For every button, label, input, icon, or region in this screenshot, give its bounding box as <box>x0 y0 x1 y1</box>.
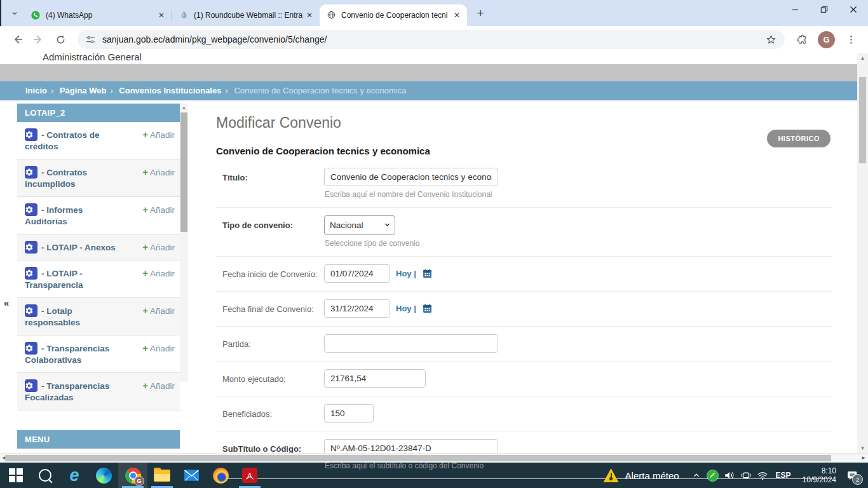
taskbar-search-button[interactable] <box>31 463 60 488</box>
reload-button[interactable] <box>50 29 71 50</box>
partida-input[interactable] <box>324 334 498 353</box>
breadcrumb-inicio[interactable]: Inicio <box>25 86 47 95</box>
page-scrollbar-vertical[interactable]: ▲ ▼ <box>857 53 868 453</box>
add-link[interactable]: +Añadir <box>142 267 175 278</box>
sidebar-item-informes-auditorias[interactable]: - Informes Auditorías +Añadir <box>17 197 180 234</box>
hscroll-thumb[interactable] <box>5 455 831 461</box>
hoy-link[interactable]: Hoy | <box>396 269 416 278</box>
plus-icon: + <box>142 166 148 177</box>
restore-button[interactable] <box>810 0 839 19</box>
edge-icon <box>96 468 112 484</box>
browser-menu-icon[interactable] <box>840 29 862 50</box>
notification-badge: 2 <box>852 474 863 485</box>
add-link[interactable]: +Añadir <box>142 379 175 391</box>
plus-icon: + <box>142 305 148 316</box>
scroll-up-icon[interactable]: ▲ <box>857 55 868 61</box>
add-link[interactable]: +Añadir <box>142 342 175 353</box>
taskbar-explorer-button[interactable] <box>147 463 177 488</box>
historico-button[interactable]: HISTÓRICO <box>767 130 831 147</box>
address-bar[interactable]: sanjuan.gob.ec/admin/pkg_webpage/conveni… <box>78 30 785 49</box>
new-tab-button[interactable]: + <box>472 5 489 22</box>
globe-icon <box>326 10 336 20</box>
notification-center-button[interactable]: 2 <box>843 463 862 488</box>
calendar-icon[interactable] <box>422 268 433 279</box>
taskbar-mail-button[interactable] <box>177 463 206 488</box>
titulo-help: Escriba aquí el nombre del Convenio Inst… <box>325 190 832 199</box>
plus-icon: + <box>142 342 148 353</box>
hoy-link[interactable]: Hoy | <box>396 304 416 313</box>
bookmark-star-icon[interactable] <box>765 34 777 46</box>
sidebar-item-transparencias-colaborativas[interactable]: - Transparencias Colaborativas +Añadir <box>17 336 180 373</box>
mail-icon <box>184 469 200 482</box>
tab-close-icon[interactable]: ✕ <box>156 10 166 20</box>
form-row-fecha-inicio: Fecha inicio de Convenio: Hoy | <box>216 257 832 292</box>
page-scrollbar-horizontal[interactable]: ◄ ► <box>0 453 868 463</box>
gear-icon <box>25 304 37 317</box>
chrome-profile-badge: G <box>134 476 144 486</box>
calendar-icon[interactable] <box>422 303 433 314</box>
taskbar-edge-button[interactable] <box>89 463 118 488</box>
start-button[interactable] <box>1 463 31 488</box>
gear-icon <box>25 267 37 280</box>
close-window-button[interactable] <box>839 0 868 19</box>
fecha-final-input[interactable] <box>324 299 390 318</box>
partida-label: Partida: <box>222 334 324 353</box>
tab-close-icon[interactable]: ✕ <box>304 10 315 20</box>
add-link[interactable]: +Añadir <box>142 128 175 140</box>
tab-search-button[interactable] <box>6 5 23 22</box>
scroll-up-icon[interactable]: ▲ <box>180 105 188 111</box>
fecha-final-label: Fecha final de Convenio: <box>222 299 324 318</box>
sidebar-item-lotaip-transparencia[interactable]: - LOTAIP - Transparencia +Añadir <box>17 261 180 298</box>
monto-input[interactable] <box>324 369 426 388</box>
gear-icon <box>25 379 37 392</box>
sidebar-item-contratos-incumplidos[interactable]: - Contratos incumplidos +Añadir <box>17 159 180 197</box>
back-button[interactable] <box>6 29 28 50</box>
tipo-help: Seleccione tipo de convenio <box>325 239 832 248</box>
sidebar-scrollbar-thumb[interactable] <box>180 112 187 232</box>
plus-icon: + <box>142 204 148 215</box>
url-text[interactable]: sanjuan.gob.ec/admin/pkg_webpage/conveni… <box>102 34 765 44</box>
sidebar-item-lotaip-anexos[interactable]: - LOTAIP - Anexos +Añadir <box>17 234 180 261</box>
breadcrumb-pagina-web[interactable]: Página Web <box>60 86 106 95</box>
monto-label: Monto ejecutado: <box>222 369 324 388</box>
add-link[interactable]: +Añadir <box>142 166 175 177</box>
titulo-input[interactable] <box>324 168 498 186</box>
taskbar-firefox-button[interactable] <box>206 463 235 488</box>
extensions-icon[interactable] <box>791 29 813 50</box>
taskbar-ie-button[interactable]: e <box>60 463 89 488</box>
taskbar-chrome-button[interactable]: G <box>118 463 147 488</box>
add-link[interactable]: +Añadir <box>142 203 175 215</box>
page-scrollbar-thumb[interactable] <box>859 77 866 163</box>
internet-explorer-icon: e <box>69 468 79 483</box>
tipo-select[interactable]: Nacional <box>324 215 395 235</box>
sidebar-item-lotaip-responsables[interactable]: - Lotaip responsables +Añadir <box>17 298 180 336</box>
add-link[interactable]: +Añadir <box>142 241 175 252</box>
scroll-right-icon[interactable]: ► <box>861 454 866 463</box>
breadcrumb-convenios[interactable]: Convenios Institucionales <box>119 86 221 95</box>
sidebar-item-transparencias-focalizadas[interactable]: - Transparencias Focalizadas +Añadir <box>17 373 180 410</box>
sidebar-collapse-button[interactable]: « <box>4 297 9 308</box>
sidebar-scrollbar[interactable]: ▲ <box>180 104 188 382</box>
site-settings-icon[interactable] <box>85 34 96 45</box>
minimize-button[interactable] <box>780 0 810 19</box>
tab-whatsapp[interactable]: (4) WhatsApp ✕ <box>24 4 172 26</box>
tab-close-icon[interactable]: ✕ <box>452 10 462 20</box>
taskbar-acrobat-button[interactable] <box>235 463 264 488</box>
add-link[interactable]: +Añadir <box>142 304 175 316</box>
fecha-inicio-input[interactable] <box>324 264 390 283</box>
beneficiados-input[interactable] <box>324 404 374 423</box>
form-title: Convenio de Cooperacion tecnics y econom… <box>216 146 832 156</box>
forward-button[interactable] <box>28 29 50 50</box>
sidebar-item-label[interactable]: - LOTAIP - Anexos <box>41 243 116 252</box>
gear-icon <box>25 241 37 254</box>
header-gray-band <box>0 64 857 81</box>
profile-avatar[interactable]: G <box>818 31 835 48</box>
plus-icon: + <box>142 380 148 391</box>
sidebar-spacer <box>17 410 180 430</box>
tab-convenio-active[interactable]: Convenio de Cooperacion tecni ✕ <box>320 4 467 26</box>
tab-roundcube[interactable]: (1) Roundcube Webmail :: Entra ✕ <box>172 4 320 26</box>
breadcrumb-separator: › <box>225 86 227 95</box>
scroll-down-icon[interactable]: ▼ <box>857 445 868 451</box>
sidebar-item-paginas[interactable]: - Páginas +Añadir <box>17 449 180 453</box>
sidebar-item-contratos-creditos[interactable]: - Contratos de créditos +Añadir <box>17 122 180 159</box>
